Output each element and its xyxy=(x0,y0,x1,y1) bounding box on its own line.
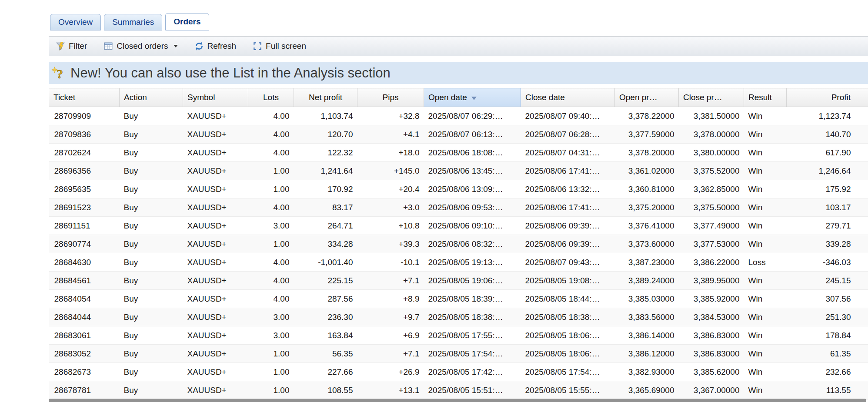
cell-action: Buy xyxy=(120,144,183,162)
column-header-lots[interactable]: Lots xyxy=(248,88,294,107)
table-row[interactable]: 28691523 Buy XAUUSD+ 4.00 83.17 +3.0 202… xyxy=(49,198,868,217)
cell-close-price: 3,386.22000 xyxy=(679,253,744,272)
table-row[interactable]: 28684630 Buy XAUUSD+ 4.00 -1,001.40 -10.… xyxy=(49,253,868,272)
cell-close-price: 3,377.53000 xyxy=(679,235,744,253)
column-header-action[interactable]: Action xyxy=(120,88,183,107)
cell-net-profit: 120.70 xyxy=(294,125,357,144)
cell-close-price: 3,375.50000 xyxy=(679,198,744,217)
cell-action: Buy xyxy=(120,125,183,144)
column-header-close-price[interactable]: Close pr… xyxy=(679,88,744,107)
table-row[interactable]: 28691151 Buy XAUUSD+ 3.00 264.71 +10.8 2… xyxy=(49,217,868,235)
cell-close-price: 3,380.00000 xyxy=(679,144,744,162)
cell-open-date: 2025/08/05 17:54:… xyxy=(424,345,521,363)
cell-ticket: 28691523 xyxy=(49,198,120,217)
cell-result: Win xyxy=(744,326,787,345)
table-header-row: Ticket Action Symbol Lots Net profit Pip… xyxy=(49,88,868,107)
cell-symbol: XAUUSD+ xyxy=(183,144,248,162)
cell-symbol: XAUUSD+ xyxy=(183,180,248,198)
column-header-pips[interactable]: Pips xyxy=(357,88,424,107)
table-row[interactable]: 28684044 Buy XAUUSD+ 3.00 236.30 +9.7 20… xyxy=(49,308,868,326)
cell-profit: 279.71 xyxy=(787,217,868,235)
cell-close-date: 2025/08/06 13:32:… xyxy=(521,180,615,198)
column-header-net-profit[interactable]: Net profit xyxy=(294,88,357,107)
cell-lots: 1.00 xyxy=(248,363,294,381)
cell-action: Buy xyxy=(120,180,183,198)
cell-symbol: XAUUSD+ xyxy=(183,345,248,363)
cell-action: Buy xyxy=(120,290,183,308)
table-row[interactable]: 28709909 Buy XAUUSD+ 4.00 1,103.74 +32.8… xyxy=(49,107,868,125)
cell-pips: +6.9 xyxy=(357,326,424,345)
table-row[interactable]: 28709836 Buy XAUUSD+ 4.00 120.70 +4.1 20… xyxy=(49,125,868,144)
table-row[interactable]: 28695635 Buy XAUUSD+ 1.00 170.92 +20.4 2… xyxy=(49,180,868,198)
cell-open-price: 3,387.23000 xyxy=(615,253,679,272)
column-header-result[interactable]: Result xyxy=(744,88,787,107)
cell-profit: 232.66 xyxy=(787,363,868,381)
cell-open-date: 2025/08/06 18:08:… xyxy=(424,144,521,162)
column-header-ticket[interactable]: Ticket xyxy=(49,88,120,107)
column-label: Close date xyxy=(525,93,565,102)
table-row[interactable]: 28683061 Buy XAUUSD+ 3.00 163.84 +6.9 20… xyxy=(49,326,868,345)
cell-symbol: XAUUSD+ xyxy=(183,290,248,308)
cell-symbol: XAUUSD+ xyxy=(183,253,248,272)
cell-profit: 339.28 xyxy=(787,235,868,253)
refresh-button[interactable]: Refresh xyxy=(192,40,239,53)
cell-profit: 140.70 xyxy=(787,125,868,144)
column-header-profit[interactable]: Profit xyxy=(787,88,868,107)
cell-result: Win xyxy=(744,144,787,162)
closed-orders-dropdown[interactable]: Closed orders xyxy=(101,40,180,53)
cell-open-price: 3,382.93000 xyxy=(615,363,679,381)
table-row[interactable]: 28690774 Buy XAUUSD+ 1.00 334.28 +39.3 2… xyxy=(49,235,868,253)
table-row[interactable]: 28678781 Buy XAUUSD+ 1.00 108.55 +13.1 2… xyxy=(49,381,868,400)
cell-profit: 307.56 xyxy=(787,290,868,308)
column-header-open-date[interactable]: Open date xyxy=(424,88,521,107)
table-row[interactable]: 28682673 Buy XAUUSD+ 1.00 227.66 +26.9 2… xyxy=(49,363,868,381)
cell-ticket: 28709909 xyxy=(49,107,120,125)
cell-net-profit: 227.66 xyxy=(294,363,357,381)
column-header-open-price[interactable]: Open pr… xyxy=(615,88,679,107)
cell-result: Win xyxy=(744,162,787,180)
cell-action: Buy xyxy=(120,345,183,363)
cell-lots: 4.00 xyxy=(248,253,294,272)
cell-pips: +9.7 xyxy=(357,308,424,326)
cell-close-price: 3,375.52000 xyxy=(679,162,744,180)
cell-open-price: 3,386.12000 xyxy=(615,345,679,363)
cell-close-date: 2025/08/05 15:55:… xyxy=(521,381,615,400)
cell-net-profit: 1,103.74 xyxy=(294,107,357,125)
table-row[interactable]: 28683052 Buy XAUUSD+ 1.00 56.35 +7.1 202… xyxy=(49,345,868,363)
cell-action: Buy xyxy=(120,363,183,381)
tab-overview[interactable]: Overview xyxy=(50,14,101,30)
column-label: Open date xyxy=(428,93,467,102)
cell-net-profit: 1,241.64 xyxy=(294,162,357,180)
cell-pips: +7.1 xyxy=(357,272,424,290)
cell-open-price: 3,386.14000 xyxy=(615,326,679,345)
cell-profit: 245.15 xyxy=(787,272,868,290)
table-row[interactable]: 28702624 Buy XAUUSD+ 4.00 122.32 +18.0 2… xyxy=(49,144,868,162)
cell-result: Win xyxy=(744,381,787,400)
cell-pips: +26.9 xyxy=(357,363,424,381)
column-header-close-date[interactable]: Close date xyxy=(521,88,615,107)
cell-close-price: 3,389.95000 xyxy=(679,272,744,290)
filter-button[interactable]: Filter xyxy=(53,40,90,53)
table-row[interactable]: 28696356 Buy XAUUSD+ 1.00 1,241.64 +145.… xyxy=(49,162,868,180)
cell-close-price: 3,384.53000 xyxy=(679,308,744,326)
tab-orders[interactable]: Orders xyxy=(165,13,209,30)
horizontal-scrollbar[interactable] xyxy=(49,399,866,402)
cell-action: Buy xyxy=(120,253,183,272)
cell-net-profit: 236.30 xyxy=(294,308,357,326)
tab-summaries[interactable]: Summaries xyxy=(104,14,162,30)
table-row[interactable]: 28684054 Buy XAUUSD+ 4.00 287.56 +8.9 20… xyxy=(49,290,868,308)
fullscreen-label: Full screen xyxy=(266,41,306,51)
cell-open-price: 3,378.20000 xyxy=(615,144,679,162)
cell-close-price: 3,377.49000 xyxy=(679,217,744,235)
refresh-icon xyxy=(194,41,204,51)
cell-net-profit: 108.55 xyxy=(294,381,357,400)
cell-result: Win xyxy=(744,180,787,198)
cell-close-date: 2025/08/07 09:40:… xyxy=(521,107,615,125)
cell-lots: 3.00 xyxy=(248,217,294,235)
orders-list-icon xyxy=(103,41,113,51)
cell-close-date: 2025/08/07 09:43:… xyxy=(521,253,615,272)
fullscreen-button[interactable]: Full screen xyxy=(250,40,309,53)
table-row[interactable]: 28684561 Buy XAUUSD+ 4.00 225.15 +7.1 20… xyxy=(49,272,868,290)
cell-ticket: 28682673 xyxy=(49,363,120,381)
column-header-symbol[interactable]: Symbol xyxy=(183,88,248,107)
